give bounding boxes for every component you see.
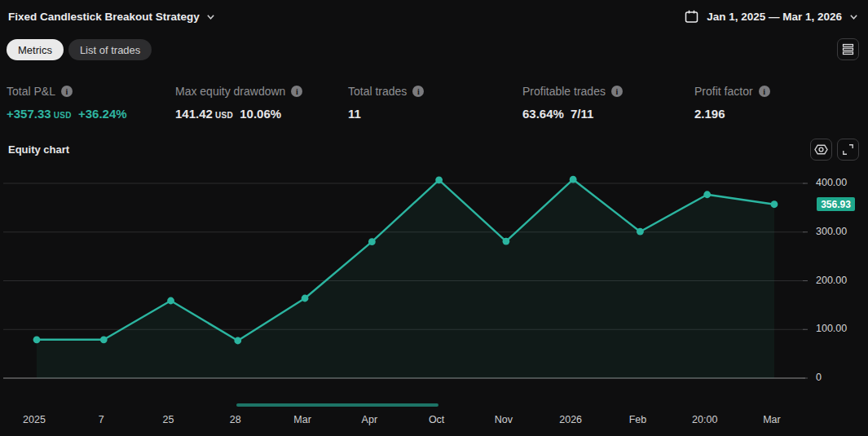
data-point[interactable] — [502, 238, 509, 245]
metric-label: Profitable trades — [522, 85, 606, 98]
x-axis-tick-label: Apr — [342, 414, 396, 425]
x-axis-tick-label: Mar — [275, 414, 329, 425]
chevron-down-icon — [849, 12, 858, 21]
metric-label: Total trades — [348, 85, 407, 98]
tab-metrics[interactable]: Metrics — [7, 39, 64, 60]
info-icon[interactable] — [759, 86, 770, 97]
info-icon[interactable] — [412, 86, 424, 97]
y-axis-tick-label: 0 — [816, 372, 865, 383]
metric-label: Total P&L — [7, 85, 55, 98]
tab-label: Metrics — [18, 44, 52, 56]
x-axis-tick-label: Oct — [410, 414, 464, 425]
data-point[interactable] — [302, 295, 309, 302]
metric-value: 63.64% — [522, 107, 564, 121]
data-point[interactable] — [368, 238, 376, 245]
y-axis-tick-label: 200.00 — [816, 275, 865, 286]
data-point[interactable] — [703, 191, 711, 198]
chart-scrollbar-handle[interactable] — [236, 403, 438, 407]
date-range-picker[interactable]: Jan 1, 2025 — Mar 1, 2026 — [684, 9, 858, 24]
tab-label: List of trades — [80, 44, 140, 56]
y-axis-tick-label: 400.00 — [816, 177, 865, 188]
data-point[interactable] — [435, 176, 443, 183]
strategy-title: Fixed Candlestick Breakout Strategy — [8, 11, 200, 23]
info-icon[interactable] — [611, 86, 623, 97]
x-axis-tick-label: Mar — [745, 414, 799, 425]
y-axis-tick-label: 100.00 — [816, 323, 865, 334]
metric-total-trades: Total trades 11 — [348, 85, 424, 121]
fullscreen-icon-button[interactable] — [837, 139, 859, 161]
metric-profit-factor: Profit factor 2.196 — [694, 85, 770, 121]
x-axis-tick-label: Feb — [610, 414, 664, 425]
x-axis-tick-label: 28 — [209, 414, 262, 425]
data-point[interactable] — [771, 200, 778, 208]
metric-value: +357.33 — [7, 107, 51, 121]
metric-max-drawdown: Max equity drawdown 141.42 USD 10.06% — [175, 85, 302, 121]
tab-list-of-trades[interactable]: List of trades — [68, 39, 152, 60]
view-tabs: Metrics List of trades — [7, 39, 152, 60]
metric-total-pnl: Total P&L +357.33 USD +36.24% — [7, 85, 127, 121]
x-axis-tick-label: 20:00 — [678, 414, 732, 425]
metric-extra: 10.06% — [240, 107, 281, 121]
x-axis-tick-label: 25 — [142, 414, 196, 425]
settings-icon — [814, 143, 828, 156]
y-axis-tick-label: 300.00 — [816, 226, 865, 237]
metric-label: Max equity drawdown — [175, 85, 285, 98]
data-point[interactable] — [570, 176, 577, 183]
current-value-badge: 356.93 — [817, 197, 855, 211]
strategy-tester-panel: Fixed Candlestick Breakout Strategy Jan … — [0, 0, 868, 436]
data-point[interactable] — [637, 228, 644, 236]
equity-chart-area[interactable] — [0, 167, 868, 436]
expand-icon — [842, 143, 854, 156]
metric-extra: 7/11 — [571, 107, 593, 121]
metric-label: Profit factor — [694, 85, 753, 98]
x-axis-tick-label: 2025 — [7, 414, 61, 425]
data-point[interactable] — [234, 337, 241, 345]
metric-value: 11 — [348, 107, 361, 121]
equity-chart-title: Equity chart — [8, 143, 69, 156]
chevron-down-icon — [206, 12, 215, 21]
metric-currency: USD — [54, 111, 72, 120]
date-range-label: Jan 1, 2025 — Mar 1, 2026 — [707, 11, 842, 23]
info-icon[interactable] — [61, 86, 73, 97]
equity-chart-svg[interactable] — [0, 167, 868, 436]
calendar-icon — [684, 9, 699, 24]
x-axis-tick-label: 2026 — [544, 414, 597, 425]
layout-rows-icon — [842, 43, 854, 55]
chart-settings-button[interactable] — [810, 139, 832, 161]
strategy-title-dropdown[interactable]: Fixed Candlestick Breakout Strategy — [8, 11, 215, 23]
metric-extra: +36.24% — [78, 107, 127, 121]
metric-value: 2.196 — [694, 107, 725, 121]
metric-profitable-trades: Profitable trades 63.64% 7/11 — [522, 85, 623, 121]
x-axis-tick-label: 7 — [74, 414, 128, 425]
x-axis-tick-label: Nov — [477, 414, 531, 425]
metric-currency: USD — [215, 111, 233, 120]
data-point[interactable] — [167, 297, 174, 305]
panel-layout-button[interactable] — [837, 38, 859, 60]
metric-value: 141.42 — [175, 107, 213, 121]
info-icon[interactable] — [291, 86, 302, 97]
data-point[interactable] — [33, 336, 41, 343]
data-point[interactable] — [100, 336, 108, 343]
